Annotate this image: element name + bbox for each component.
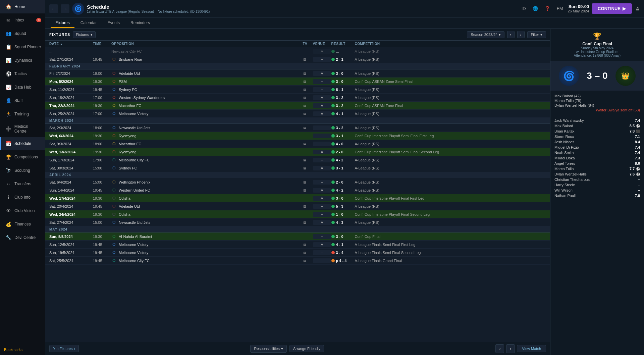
sidebar-item-club-info[interactable]: ℹ Club Info [0, 191, 45, 204]
tab-fixtures[interactable]: Fixtures [51, 18, 74, 28]
tab-reminders[interactable]: Reminders [126, 18, 155, 28]
topbar-title-area: Schedule 1st in Isuzu UTE A-League (Regu… [87, 4, 517, 13]
fixture-venue: H [313, 204, 331, 209]
responsibilities-button[interactable]: Responsibilities ▾ [250, 345, 286, 353]
table-row[interactable]: Mon, 5/2/2024 19:30 ⬡ PSM 🖥 H 3 - 0 Conf… [45, 78, 550, 86]
table-row[interactable]: Fri, 2/2/2024 19:00 ⬡ Adelaide Utd 🖥 A 3… [45, 69, 550, 78]
fixture-result: 4 - 2 [331, 188, 355, 192]
sidebar-label: Dev. Centre [14, 235, 36, 240]
sidebar-item-club-vision[interactable]: 👁 Club Vision [0, 204, 45, 217]
goal-icon: ⚽ [636, 167, 640, 171]
sidebar-item-squad-planner[interactable]: 📋 Squad Planner [0, 40, 45, 54]
player-name: Brian Kaltak [554, 129, 574, 133]
table-row[interactable]: Wed, 17/4/2024 19:30 ⬡ Odisha A 3 - 0 Co… [45, 194, 550, 202]
match-score: 3 – 0 [587, 70, 607, 81]
sidebar-item-training[interactable]: 🏃 Training [0, 107, 45, 121]
table-row[interactable]: Sat, 30/3/2024 15:00 ⬡ Sydney FC 🖥 A 3 -… [45, 164, 550, 172]
sidebar-item-competitions[interactable]: 🏆 Competitions [0, 150, 45, 164]
team-crest-icon: ⬡ [111, 111, 117, 116]
table-row[interactable]: Sun, 5/5/2024 19:30 ⬡ Al-Nahda Al-Buraim… [45, 233, 550, 241]
table-row[interactable]: Sat, 27/1/2024 19:45 ⬡ Brisbane Roar 🖥 H… [45, 55, 550, 63]
sidebar-item-home[interactable]: 🏠 Home [0, 0, 45, 13]
prev-season-button[interactable]: ‹ [507, 31, 515, 38]
fixture-time: 19:45 [93, 204, 111, 208]
table-row[interactable]: ... Newcastle City FC A ... A-League (RS… [45, 47, 550, 55]
opposition-name: Melbourne Victory [119, 112, 148, 116]
tab-events[interactable]: Events [103, 18, 124, 28]
table-row[interactable]: Sun, 19/5/2024 19:45 ⬡ Melbourne Victory… [45, 249, 550, 257]
sidebar-item-transfers[interactable]: ↔ Transfers [0, 177, 45, 191]
table-row[interactable]: Sat, 9/3/2024 18:00 ⬡ Macarthur FC 🖥 H 4… [45, 140, 550, 148]
fixture-result: p 4 - 4 [331, 259, 355, 263]
table-row[interactable]: Sun, 18/2/2024 17:00 ⬡ Western Sydney Wa… [45, 94, 550, 102]
player-name: Storm Roux [554, 135, 574, 139]
prev-fixture-button[interactable]: ‹ [495, 344, 504, 353]
sidebar-item-schedule[interactable]: 📅 Schedule [0, 137, 45, 150]
team-crest-icon: ⬡ [111, 212, 117, 217]
next-fixture-button[interactable]: › [506, 344, 515, 353]
tab-calendar[interactable]: Calendar [76, 18, 102, 28]
fixture-date: Sat, 6/4/2024 [49, 180, 93, 184]
fixture-opposition: ⬡ Western United FC [111, 188, 303, 193]
table-row[interactable]: Sat, 25/5/2024 19:45 ⬡ Melbourne City FC… [45, 257, 550, 265]
rating-row: Ángel Torres 8.0 [554, 161, 640, 166]
view-match-button[interactable]: View Match [517, 345, 546, 352]
team-crest-icon: ⬡ [111, 234, 117, 239]
monitor-button[interactable]: 🖥 [635, 6, 640, 12]
fixture-tv: 🖥 [303, 79, 313, 84]
opposition-name: Adelaide Utd [119, 71, 140, 75]
sidebar-item-tactics[interactable]: ⚽ Tactics [0, 67, 45, 81]
continue-button[interactable]: CONTINUE ▶ [592, 3, 632, 14]
content-area: FIXTURES Fixtures ▾ Season 2023/24 ▾ ‹ ›… [45, 29, 644, 355]
next-season-button[interactable]: › [517, 31, 525, 38]
yth-fixtures-button[interactable]: Yth Fixtures › [49, 345, 79, 352]
forward-button[interactable]: → [61, 4, 69, 13]
team-crest-icon: ⬡ [111, 103, 117, 108]
table-row[interactable]: Sun, 12/5/2024 19:45 ⬡ Melbourne Victory… [45, 241, 550, 249]
globe-button[interactable]: 🌐 [531, 5, 540, 12]
fixture-tv: 🖥 [303, 87, 313, 92]
sidebar-item-dev-centre[interactable]: 🔧 Dev. Centre [0, 231, 45, 244]
fixture-venue: A [313, 103, 331, 108]
sidebar-item-staff[interactable]: 👤 Staff [0, 94, 45, 107]
sidebar-item-finances[interactable]: 💰 Finances [0, 217, 45, 231]
inbox-icon: ✉ [5, 17, 12, 23]
fixture-tv: 🖥 [303, 111, 313, 116]
id-button[interactable]: ID [520, 5, 528, 12]
col-tv: TV [303, 42, 313, 46]
arrange-friendly-button[interactable]: Arrange Friendly [289, 345, 324, 352]
fixture-opposition: ⬡ Al-Nahda Al-Buraimi [111, 234, 303, 239]
sidebar-item-dynamics[interactable]: 📊 Dynamics [0, 54, 45, 67]
opposition-name: Ryomyong [119, 134, 137, 138]
sidebar-item-inbox[interactable]: ✉ Inbox 9 [0, 13, 45, 27]
table-row[interactable]: Sat, 27/4/2024 15:00 ⬡ Newcastle Utd Jet… [45, 218, 550, 226]
fm-button[interactable]: FM [555, 5, 565, 12]
table-row[interactable]: Wed, 24/4/2024 19:30 ⬡ Odisha H 1 - 0 Co… [45, 210, 550, 218]
table-row[interactable]: Wed, 13/3/2024 19:30 ⬡ Ryomyong A 2 - 0 … [45, 148, 550, 156]
sidebar-label: Staff [14, 98, 22, 103]
back-button[interactable]: ← [49, 4, 58, 13]
table-row[interactable]: Sat, 6/4/2024 15:00 ⬡ Wellington Phoenix… [45, 178, 550, 186]
fixture-venue: A [313, 95, 331, 100]
table-row[interactable]: Sat, 2/3/2024 18:00 ⬡ Newcastle Utd Jets… [45, 124, 550, 132]
filter-button[interactable]: Filter ▾ [527, 31, 546, 38]
season-dropdown[interactable]: Season 2023/24 ▾ [467, 31, 504, 38]
sidebar-item-squad[interactable]: 👥 Squad [0, 27, 45, 40]
table-row[interactable]: Wed, 6/3/2024 19:30 ⬡ Ryomyong H 3 - 1 C… [45, 132, 550, 140]
sidebar-item-medical[interactable]: ➕ Medical Centre [0, 121, 45, 137]
table-row[interactable]: Sat, 20/4/2024 19:45 ⬡ Adelaide Utd 🖥 H … [45, 202, 550, 210]
help-button[interactable]: ❓ [543, 5, 552, 12]
table-row[interactable]: Sun, 11/2/2024 19:45 ⬡ Sydney FC 🖥 H 6 -… [45, 86, 550, 94]
table-row[interactable]: Sun, 14/4/2024 19:45 ⬡ Western United FC… [45, 186, 550, 194]
tv-icon: 🖥 [303, 166, 306, 170]
player-name: Dylan Wenzel-Halls [554, 172, 587, 176]
player-rating: 7.7 [630, 167, 635, 171]
filter-label: Filter [531, 33, 539, 37]
sidebar-item-scouting[interactable]: 🔭 Scouting [0, 164, 45, 177]
table-row[interactable]: Thu, 22/2/2024 19:30 ⬡ Macarthur FC 🖥 A … [45, 102, 550, 110]
table-row[interactable]: Sun, 17/3/2024 17:00 ⬡ Melbourne City FC… [45, 156, 550, 164]
fixtures-type-dropdown[interactable]: Fixtures ▾ [73, 31, 95, 38]
table-row[interactable]: Sun, 25/2/2024 17:00 ⬡ Melbourne Victory… [45, 110, 550, 118]
fixture-venue: H [313, 212, 331, 217]
sidebar-item-data-hub[interactable]: 📈 Data Hub [0, 81, 45, 94]
